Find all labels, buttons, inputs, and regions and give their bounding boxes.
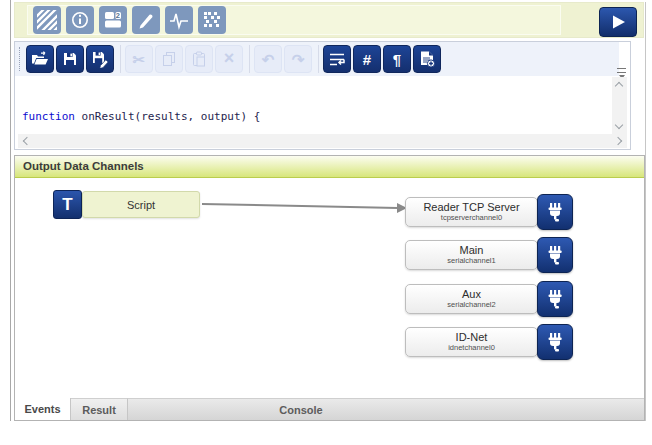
toolbar-separator	[120, 45, 121, 73]
copy-icon	[161, 51, 177, 67]
scissors-icon: ✂	[133, 52, 146, 67]
redo-arrow-icon: ↷	[292, 52, 305, 67]
save-floppy-icon	[62, 51, 78, 67]
bottom-tab-bar: Events Result Console	[15, 398, 644, 420]
channel-title: ID-Net	[406, 331, 537, 343]
paste-icon	[191, 51, 207, 67]
run-button[interactable]	[599, 7, 637, 37]
channel-plug-button[interactable]	[537, 281, 573, 317]
scroll-right-icon[interactable]	[614, 137, 622, 145]
word-wrap-icon	[328, 51, 346, 67]
scroll-left-icon[interactable]	[23, 137, 31, 145]
hash-icon: #	[363, 52, 371, 67]
stripes-glyph	[37, 10, 57, 30]
redo-button: ↷	[284, 45, 312, 73]
script-node[interactable]: T Script	[53, 190, 200, 219]
toolbar-separator	[318, 45, 319, 73]
layout-glyph: 2	[103, 10, 123, 30]
layout-panels-icon[interactable]: 2	[99, 6, 127, 34]
edit-pencil-icon[interactable]	[132, 6, 160, 34]
code-matrix-icon[interactable]	[198, 6, 226, 34]
code-editor[interactable]: function onResult(results, output) { // …	[15, 76, 630, 137]
layout-badge: 2	[116, 11, 120, 20]
editor-vertical-scrollbar[interactable]	[612, 77, 627, 134]
channel-plug-button[interactable]	[537, 237, 573, 273]
waveform-glyph	[169, 10, 189, 30]
scroll-up-icon[interactable]	[615, 82, 623, 90]
connection-arrow	[201, 196, 413, 218]
tab-events[interactable]: Events	[15, 398, 71, 420]
window-left-border	[10, 0, 11, 421]
copy-button	[155, 45, 183, 73]
channel-aux[interactable]: Aux serialchannel2	[405, 284, 538, 314]
plug-icon	[545, 244, 565, 266]
code-line: function onResult(results, output) {	[22, 109, 610, 124]
image-stripes-icon[interactable]	[33, 6, 61, 34]
delete-x-icon: ×	[224, 49, 235, 67]
matrix-glyph	[202, 10, 222, 30]
panel-title: Output Data Channels	[15, 156, 644, 178]
save-as-button[interactable]	[86, 45, 114, 73]
open-folder-icon	[31, 51, 49, 67]
channel-subtitle: tcpserverchannel0	[406, 213, 537, 222]
plug-icon	[545, 288, 565, 310]
new-template-button[interactable]	[413, 45, 441, 73]
window-right-border	[645, 2, 646, 421]
top-toolbar: 2	[14, 2, 644, 38]
tab-console[interactable]: Console	[128, 398, 644, 420]
code-text: onResult(results, output) {	[75, 110, 260, 123]
tab-result[interactable]: Result	[71, 398, 128, 420]
script-editor-panel: ✂ × ↶	[14, 41, 631, 150]
channel-title: Main	[406, 244, 537, 256]
info-icon[interactable]	[66, 6, 94, 34]
channel-plug-button[interactable]	[537, 324, 573, 360]
info-glyph	[70, 10, 90, 30]
channel-subtitle: idnetchannel0	[406, 343, 537, 352]
channel-title: Aux	[406, 288, 537, 300]
toolbar-separator	[249, 45, 250, 73]
template-plus-icon	[418, 50, 436, 68]
channel-title: Reader TCP Server	[406, 201, 537, 213]
plug-icon	[545, 201, 565, 223]
editor-horizontal-scrollbar[interactable]	[18, 134, 627, 148]
channel-id-net[interactable]: ID-Net idnetchannel0	[405, 327, 538, 357]
script-t-icon: T	[53, 190, 82, 219]
channel-main[interactable]: Main serialchannel1	[405, 240, 538, 270]
signal-waveform-icon[interactable]	[165, 6, 193, 34]
channel-reader-tcp-server[interactable]: Reader TCP Server tcpserverchannel0	[405, 197, 538, 227]
channel-row: ID-Net idnetchannel0	[405, 324, 577, 360]
channel-subtitle: serialchannel1	[406, 256, 537, 265]
paste-button	[185, 45, 213, 73]
undo-button: ↶	[254, 45, 282, 73]
channel-subtitle: serialchannel2	[406, 300, 537, 309]
undo-arrow-icon: ↶	[262, 52, 275, 67]
toolbar-drag-handle[interactable]	[19, 47, 21, 71]
line-numbers-button[interactable]: #	[353, 45, 381, 73]
editor-toolbar: ✂ × ↶	[15, 42, 619, 76]
channel-plug-button[interactable]	[537, 194, 573, 230]
save-button[interactable]	[56, 45, 84, 73]
code-keyword: function	[22, 110, 75, 123]
scroll-down-icon[interactable]	[615, 121, 623, 129]
pencil-glyph	[136, 10, 156, 30]
play-icon	[606, 12, 630, 32]
word-wrap-button[interactable]	[323, 45, 351, 73]
plug-icon	[545, 331, 565, 353]
top-toolbar-icon-strip: 2	[27, 5, 561, 35]
open-file-button[interactable]	[26, 45, 54, 73]
pilcrow-icon: ¶	[393, 52, 401, 67]
channel-row: Aux serialchannel2	[405, 281, 577, 317]
channel-row: Reader TCP Server tcpserverchannel0	[405, 194, 577, 230]
script-node-label: Script	[82, 191, 200, 218]
delete-button: ×	[215, 45, 243, 73]
app-window: 2	[0, 0, 652, 445]
output-data-channels-panel: Output Data Channels T Script Reader TCP…	[14, 155, 645, 421]
cut-button: ✂	[125, 45, 153, 73]
save-as-icon	[91, 50, 109, 68]
overflow-lines-icon	[617, 68, 626, 73]
formatting-marks-button[interactable]: ¶	[383, 45, 411, 73]
channel-row: Main serialchannel1	[405, 237, 577, 273]
channels-canvas: T Script Reader TCP Server tcpserverchan…	[15, 178, 644, 398]
